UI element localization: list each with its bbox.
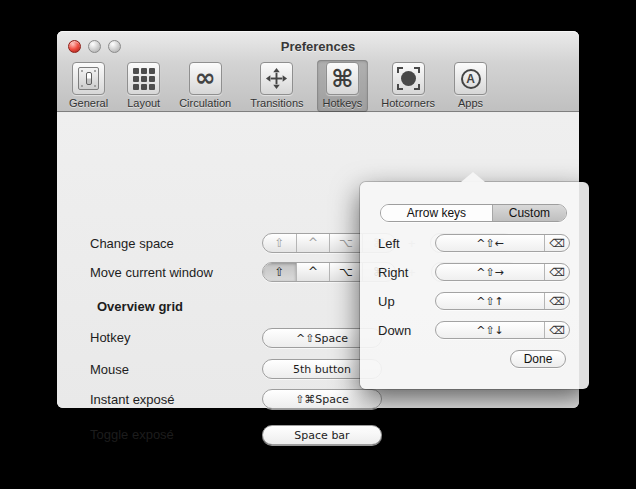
shortcut-value[interactable]: ^⇧↓: [436, 322, 544, 338]
tab-arrow-keys[interactable]: Arrow keys: [381, 205, 492, 221]
right-label: Right: [378, 265, 408, 280]
down-label: Down: [378, 323, 411, 338]
shortcut-value[interactable]: ^⇧→: [436, 264, 544, 280]
shortcut-value[interactable]: ^⇧↑: [436, 293, 544, 309]
overview-grid-heading: Overview grid: [97, 299, 183, 314]
change-space-label: Change space: [90, 236, 174, 251]
toolbar-item-label: Transitions: [250, 97, 303, 109]
control-segment[interactable]: ^: [296, 234, 329, 252]
corners-icon: [392, 62, 425, 95]
title-bar[interactable]: Preferences General Layout ∞: [57, 31, 579, 112]
delete-key-icon[interactable]: ⌫: [544, 235, 569, 251]
toolbar-item-label: Hotcorners: [381, 97, 435, 109]
tab-custom[interactable]: Custom: [492, 205, 566, 221]
toolbar-item-hotkeys[interactable]: ⌘ Hotkeys: [317, 60, 369, 112]
shift-segment[interactable]: ⇧: [263, 234, 296, 252]
control-segment[interactable]: ^: [296, 263, 329, 281]
down-shortcut-field[interactable]: ^⇧↓ ⌫: [435, 321, 570, 339]
delete-key-icon[interactable]: ⌫: [544, 322, 569, 338]
toggle-expose-button[interactable]: Space bar: [262, 425, 382, 445]
toolbar-item-layout[interactable]: Layout: [121, 60, 166, 112]
popover-tab-segments: Arrow keys Custom: [380, 204, 567, 222]
toolbar-item-label: Circulation: [179, 97, 231, 109]
command-icon: ⌘: [326, 62, 359, 95]
toolbar-item-label: General: [69, 97, 108, 109]
loop-icon: ∞: [189, 62, 222, 95]
delete-key-icon[interactable]: ⌫: [544, 264, 569, 280]
option-segment[interactable]: ⌥: [329, 263, 362, 281]
option-segment[interactable]: ⌥: [329, 234, 362, 252]
delete-key-icon[interactable]: ⌫: [544, 293, 569, 309]
toolbar-item-general[interactable]: General: [63, 60, 114, 112]
toolbar-item-hotcorners[interactable]: Hotcorners: [375, 60, 441, 112]
right-shortcut-field[interactable]: ^⇧→ ⌫: [435, 263, 570, 281]
toolbar: General Layout ∞ Transitions Circulation: [63, 60, 493, 112]
move-arrows-icon: [260, 62, 293, 95]
toolbar-item-transitions[interactable]: Transitions: [244, 60, 309, 112]
light-switch-icon: [72, 62, 105, 95]
shift-segment[interactable]: ⇧: [263, 263, 296, 281]
toolbar-item-circulation[interactable]: ∞ Transitions Circulation: [173, 60, 237, 112]
left-shortcut-field[interactable]: ^⇧← ⌫: [435, 234, 570, 252]
left-label: Left: [378, 236, 400, 251]
window-title: Preferences: [57, 39, 579, 54]
circled-a-icon: A: [454, 62, 487, 95]
desktop-background: Preferences General Layout ∞: [0, 0, 636, 489]
toolbar-item-label: Layout: [127, 97, 160, 109]
move-window-label: Move current window: [90, 265, 213, 280]
grid-icon: [127, 62, 160, 95]
instant-expose-label: Instant exposé: [90, 392, 175, 407]
toolbar-item-label: Hotkeys: [323, 97, 363, 109]
up-shortcut-field[interactable]: ^⇧↑ ⌫: [435, 292, 570, 310]
shortcut-value[interactable]: ^⇧←: [436, 235, 544, 251]
up-label: Up: [378, 294, 395, 309]
toggle-expose-label: Toggle exposé: [90, 427, 174, 442]
done-button[interactable]: Done: [510, 350, 566, 368]
mouse-label: Mouse: [90, 362, 129, 377]
toolbar-item-apps[interactable]: A Apps: [448, 60, 493, 112]
instant-expose-button[interactable]: ⇧⌘Space: [262, 389, 382, 409]
hotkey-label: Hotkey: [90, 330, 130, 345]
toolbar-item-label: Apps: [458, 97, 483, 109]
custom-keys-popover: Arrow keys Custom Left ^⇧← ⌫ Right ^⇧→ ⌫…: [360, 182, 589, 389]
